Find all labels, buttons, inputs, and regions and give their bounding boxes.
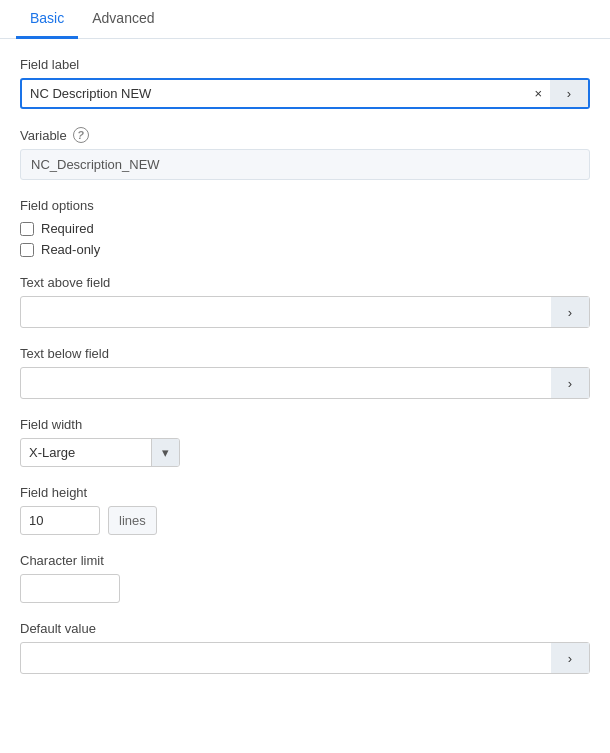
chevron-down-icon: ▾ [151,439,179,466]
text-above-arrow-button[interactable]: › [551,297,589,327]
close-icon: × [534,86,542,101]
settings-panel: Basic Advanced Field label × › Variable … [0,0,610,753]
field-label-input-wrapper: × › [20,78,590,109]
field-options-checkboxes: Required Read-only [20,221,590,257]
text-above-input[interactable] [21,297,551,327]
text-below-group: Text below field › [20,346,590,399]
field-width-group: Field width X-Small Small Medium Large X… [20,417,590,467]
chevron-right-icon-4: › [568,651,572,666]
default-value-label: Default value [20,621,590,636]
char-limit-label: Character limit [20,553,590,568]
chevron-right-icon-3: › [568,376,572,391]
variable-label: Variable [20,128,67,143]
tab-content: Field label × › Variable ? Field options [0,39,610,710]
text-below-input-wrapper: › [20,367,590,399]
readonly-checkbox[interactable] [20,243,34,257]
field-options-group: Field options Required Read-only [20,198,590,257]
variable-group: Variable ? [20,127,590,180]
variable-input [20,149,590,180]
readonly-label: Read-only [41,242,100,257]
chevron-right-icon: › [567,86,571,101]
variable-help-icon[interactable]: ? [73,127,89,143]
field-label-group: Field label × › [20,57,590,109]
char-limit-group: Character limit [20,553,590,603]
lines-label: lines [108,506,157,535]
chevron-right-icon-2: › [568,305,572,320]
variable-label-row: Variable ? [20,127,590,143]
required-checkbox[interactable] [20,222,34,236]
readonly-checkbox-label[interactable]: Read-only [20,242,590,257]
text-below-arrow-button[interactable]: › [551,368,589,398]
required-checkbox-label[interactable]: Required [20,221,590,236]
text-above-label: Text above field [20,275,590,290]
field-height-group: Field height lines [20,485,590,535]
text-above-group: Text above field › [20,275,590,328]
default-value-input-wrapper: › [20,642,590,674]
required-label: Required [41,221,94,236]
text-below-label: Text below field [20,346,590,361]
field-height-label: Field height [20,485,590,500]
field-label-label: Field label [20,57,590,72]
text-above-input-wrapper: › [20,296,590,328]
field-height-row: lines [20,506,590,535]
default-value-input[interactable] [21,643,551,673]
tab-bar: Basic Advanced [0,0,610,39]
tab-advanced[interactable]: Advanced [78,0,168,39]
char-limit-input[interactable] [20,574,120,603]
field-options-label: Field options [20,198,590,213]
default-value-group: Default value › [20,621,590,674]
field-width-label: Field width [20,417,590,432]
field-width-select-wrapper: X-Small Small Medium Large X-Large ▾ [20,438,180,467]
field-label-clear-button[interactable]: × [526,80,550,107]
field-height-input[interactable] [20,506,100,535]
field-label-arrow-button[interactable]: › [550,80,588,107]
text-below-input[interactable] [21,368,551,398]
field-label-input[interactable] [22,80,526,107]
tab-basic[interactable]: Basic [16,0,78,39]
field-width-select[interactable]: X-Small Small Medium Large X-Large [21,439,151,466]
default-value-arrow-button[interactable]: › [551,643,589,673]
